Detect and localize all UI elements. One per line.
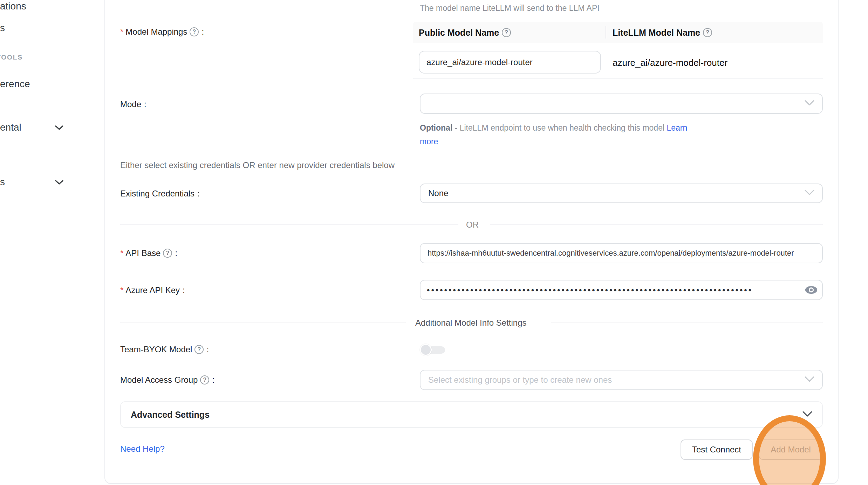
- litellm-model-name-value: azure_ai/azure-model-router: [613, 58, 727, 67]
- mode-label-row: Mode :: [120, 100, 146, 109]
- public-model-name-input[interactable]: [419, 51, 601, 74]
- sidebar-item-experimental[interactable]: ental: [0, 123, 21, 132]
- api-base-input[interactable]: [420, 243, 823, 263]
- public-model-name-header: Public Model Name ?: [419, 28, 511, 37]
- azure-api-key-masked-value: ••••••••••••••••••••••••••••••••••••••••…: [427, 284, 799, 296]
- team-byok-label: Team-BYOK Model: [120, 345, 192, 354]
- divider-line: [120, 323, 406, 323]
- advanced-settings-panel[interactable]: Advanced Settings: [120, 401, 823, 428]
- chevron-down-icon: [805, 190, 814, 197]
- mode-helper-note: Optional - LiteLLM endpoint to use when …: [420, 121, 687, 148]
- litellm-model-name-header: LiteLLM Model Name ?: [613, 28, 712, 37]
- mode-select[interactable]: [420, 93, 823, 114]
- toggle-knob: [420, 344, 432, 356]
- help-icon[interactable]: ?: [200, 375, 209, 384]
- need-help-link[interactable]: Need Help?: [120, 445, 165, 453]
- chevron-down-icon[interactable]: [55, 125, 63, 132]
- model-access-group-label: Model Access Group: [120, 376, 198, 384]
- test-connect-button[interactable]: Test Connect: [681, 439, 753, 460]
- team-byok-label-row: Team-BYOK Model ? :: [120, 345, 209, 354]
- help-icon[interactable]: ?: [502, 28, 511, 37]
- chevron-down-icon[interactable]: [55, 180, 63, 186]
- credentials-heading: Either select existing credentials OR en…: [120, 161, 395, 169]
- divider-line: [551, 323, 823, 323]
- help-icon[interactable]: ?: [194, 345, 204, 354]
- existing-credentials-label: Existing Credentials: [120, 189, 194, 198]
- existing-credentials-label-row: Existing Credentials :: [120, 189, 200, 198]
- help-icon[interactable]: ?: [703, 28, 712, 37]
- required-asterisk: *: [120, 286, 123, 295]
- advanced-settings-label: Advanced Settings: [131, 410, 210, 420]
- api-base-label-row: * API Base ? :: [120, 249, 177, 258]
- sidebar-section-tools: TOOLS: [0, 54, 23, 61]
- model-mappings-label: Model Mappings: [125, 28, 187, 36]
- model-access-group-placeholder: Select existing groups or type to create…: [428, 375, 612, 385]
- add-model-page: ations s TOOLS erence ental s The model …: [0, 0, 868, 485]
- help-icon[interactable]: ?: [163, 249, 172, 258]
- team-byok-toggle[interactable]: [420, 344, 445, 356]
- sidebar: ations s TOOLS erence ental s: [0, 0, 104, 485]
- azure-api-key-label-row: * Azure API Key :: [120, 286, 185, 295]
- help-icon[interactable]: ?: [190, 27, 199, 36]
- sidebar-item-organizations[interactable]: ations: [0, 1, 26, 11]
- existing-credentials-select[interactable]: None: [420, 183, 823, 203]
- model-name-note: The model name LiteLLM will send to the …: [420, 3, 600, 14]
- column-separator: [606, 26, 606, 39]
- existing-credentials-value: None: [428, 188, 448, 198]
- required-asterisk: *: [120, 28, 123, 36]
- sidebar-item-api-reference[interactable]: erence: [0, 79, 30, 89]
- sidebar-item-settings[interactable]: s: [0, 177, 5, 187]
- divider-line: [120, 224, 458, 225]
- eye-icon[interactable]: [805, 285, 818, 296]
- divider-line: [490, 224, 823, 225]
- chevron-down-icon: [802, 411, 812, 418]
- model-access-group-label-row: Model Access Group ? :: [120, 375, 214, 384]
- additional-settings-divider-text: Additional Model Info Settings: [415, 319, 527, 327]
- or-divider-text: OR: [466, 221, 479, 229]
- model-mappings-label-row: * Model Mappings ? :: [120, 27, 204, 36]
- learn-more-link[interactable]: Learn: [667, 123, 687, 132]
- azure-api-key-label: Azure API Key: [125, 286, 180, 295]
- chevron-down-icon: [805, 100, 814, 108]
- table-row-divider: [413, 78, 823, 79]
- api-base-label: API Base: [125, 249, 160, 257]
- chevron-down-icon: [805, 376, 814, 384]
- required-asterisk: *: [120, 249, 123, 257]
- learn-more-link[interactable]: more: [420, 137, 438, 146]
- sidebar-item-guardrails[interactable]: s: [0, 23, 5, 33]
- model-access-group-select[interactable]: Select existing groups or type to create…: [420, 370, 823, 390]
- mode-label: Mode: [120, 100, 141, 109]
